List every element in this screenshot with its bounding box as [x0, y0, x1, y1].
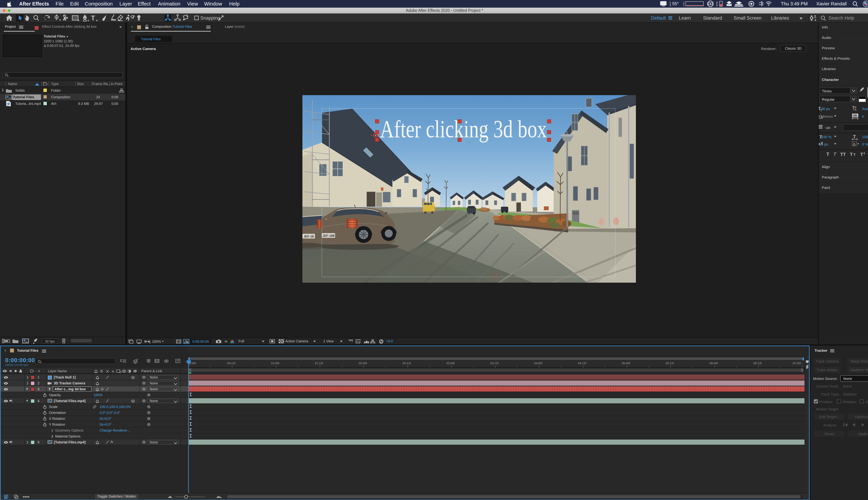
svg-text:T: T	[91, 14, 95, 22]
svg-text:T: T	[826, 151, 829, 157]
svg-text:T: T	[853, 134, 856, 139]
svg-text:Xavier Randall: Xavier Randall	[816, 1, 847, 7]
svg-text:0 %: 0 %	[862, 142, 868, 146]
svg-text:T: T	[860, 152, 863, 157]
svg-text:1: 1	[864, 152, 865, 155]
svg-text:JEF-188: JEF-188	[322, 234, 334, 237]
svg-text:fx: fx	[112, 370, 114, 373]
svg-text:T: T	[854, 153, 856, 157]
svg-text:VA: VA	[853, 114, 857, 117]
svg-text:T: T	[833, 151, 836, 157]
svg-text:Auto: Auto	[862, 107, 868, 111]
svg-text:MEM: MEM	[716, 2, 718, 7]
svg-text:100%: 100%	[152, 340, 161, 343]
svg-text:Libraries: Libraries	[771, 15, 789, 21]
svg-text:JEF-18: JEF-18	[304, 235, 314, 238]
svg-text:Learn: Learn	[679, 15, 691, 21]
svg-text:Standard: Standard	[703, 15, 722, 21]
svg-text:55°: 55°	[672, 1, 679, 6]
svg-text:0 px: 0 px	[821, 142, 828, 146]
svg-text:I: I	[819, 134, 819, 139]
svg-text:»: »	[800, 15, 802, 21]
svg-text:100 %: 100 %	[821, 135, 832, 139]
svg-text:T: T	[850, 152, 853, 157]
svg-text:Snapping: Snapping	[200, 15, 220, 21]
svg-text:Search Help: Search Help	[829, 15, 854, 21]
svg-text:- px: - px	[824, 126, 831, 129]
svg-text:Thu 3:49 PM: Thu 3:49 PM	[781, 1, 808, 7]
svg-text:TT: TT	[840, 152, 846, 157]
svg-text:CPU: CPU	[683, 2, 685, 7]
svg-text:After clicking 3d box: After clicking 3d box	[380, 115, 547, 143]
svg-text:SEN: SEN	[670, 2, 671, 7]
svg-text:A: A	[855, 108, 857, 112]
svg-text:0: 0	[862, 114, 864, 118]
svg-text:A: A	[819, 142, 821, 146]
svg-text:あ: あ	[853, 143, 856, 146]
svg-text:100 %: 100 %	[862, 135, 868, 139]
svg-text:36 px: 36 px	[821, 107, 830, 111]
svg-text:Default: Default	[651, 15, 666, 21]
svg-text:#: #	[38, 370, 40, 373]
svg-text:Small Screen: Small Screen	[734, 15, 762, 21]
svg-text:Metrics: Metrics	[821, 114, 833, 118]
